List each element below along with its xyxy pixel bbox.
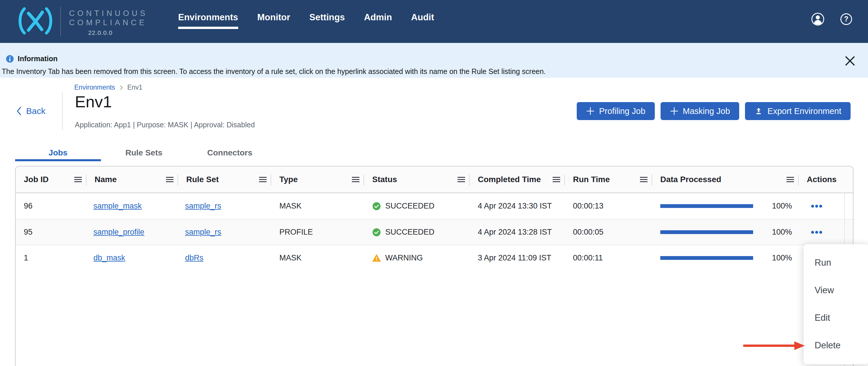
main-nav: Environments Monitor Settings Admin Audi…	[178, 11, 434, 23]
column-menu-icon[interactable]	[352, 177, 360, 182]
rule-set-link[interactable]: sample_rs	[185, 202, 221, 210]
cell-job-id: 1	[16, 245, 87, 271]
warning-triangle-icon	[372, 254, 381, 263]
nav-item[interactable]: Audit	[411, 11, 434, 23]
info-icon	[6, 55, 14, 63]
back-label: Back	[26, 106, 45, 116]
success-check-icon	[372, 202, 381, 210]
progress-percent: 100%	[772, 228, 792, 237]
cell-data-processed: 100%	[652, 220, 799, 245]
menu-item[interactable]: Edit	[804, 304, 868, 332]
product-name: CONTINUOUS COMPLIANCE 22.0.0.0	[69, 9, 148, 36]
cell-gutter	[845, 220, 853, 245]
jobs-table: Job ID Name	[15, 166, 854, 366]
column-header[interactable]: Rule Set	[178, 166, 271, 193]
plus-icon	[586, 107, 595, 115]
back-button[interactable]: Back	[16, 106, 45, 116]
profiling-job-button[interactable]: Profiling Job	[577, 102, 655, 120]
job-name-link[interactable]: sample_profile	[93, 228, 145, 237]
cell-job-id: 96	[16, 193, 87, 219]
cell-completed-time: 4 Apr 2024 13:30 IST	[470, 193, 565, 219]
job-name-link[interactable]: db_mask	[93, 254, 125, 263]
row-actions-menu: Run View Edit Delete	[804, 244, 868, 364]
help-icon[interactable]: ?	[840, 13, 852, 25]
header-actions: Profiling Job Masking Job Export Environ…	[577, 102, 850, 120]
status-icon	[372, 202, 381, 210]
cell-actions	[799, 220, 845, 245]
tab[interactable]: Rule Sets	[101, 144, 187, 161]
page-subtitle: Application: App1 | Purpose: MASK | Appr…	[75, 121, 255, 129]
delphix-logo-icon[interactable]	[16, 7, 55, 35]
nav-item[interactable]: Environments	[178, 11, 238, 23]
cell-gutter	[845, 193, 853, 219]
menu-item[interactable]: Delete	[804, 332, 868, 359]
nav-item[interactable]: Settings	[309, 11, 345, 23]
cell-type: MASK	[271, 193, 364, 219]
export-environment-button[interactable]: Export Environment	[745, 102, 850, 120]
account-icon[interactable]	[811, 12, 825, 26]
breadcrumb-link-environments[interactable]: Environments	[74, 84, 115, 91]
column-header[interactable]: Type	[271, 166, 364, 193]
column-header[interactable]: Run Time	[565, 166, 652, 193]
rule-set-link[interactable]: sample_rs	[185, 228, 221, 237]
menu-item[interactable]: View	[804, 276, 868, 304]
column-header[interactable]: Name	[87, 166, 178, 193]
nav-item[interactable]: Monitor	[257, 11, 290, 23]
progress-bar	[660, 204, 753, 208]
app-header: CONTINUOUS COMPLIANCE 22.0.0.0 Environme…	[0, 0, 868, 43]
nav-item[interactable]: Admin	[364, 11, 392, 23]
product-name-line2: COMPLIANCE	[69, 18, 148, 27]
product-name-line1: CONTINUOUS	[69, 9, 148, 18]
column-header[interactable]: Status	[364, 166, 470, 193]
banner-message: The Inventory Tab has been removed from …	[2, 67, 546, 76]
table-body: 96 sample_mask sample_rs MASK	[16, 193, 853, 271]
close-icon[interactable]	[843, 54, 857, 68]
row-actions-menu-icon[interactable]	[811, 231, 823, 234]
success-check-icon	[372, 228, 381, 237]
tab[interactable]: Connectors	[187, 144, 273, 161]
masking-job-button[interactable]: Masking Job	[660, 102, 740, 120]
cell-job-id: 95	[16, 220, 87, 245]
cell-type: MASK	[271, 245, 364, 271]
title-divider	[62, 92, 63, 130]
page-title: Env1	[75, 92, 112, 111]
status-label: WARNING	[385, 254, 423, 263]
logo-divider	[60, 6, 61, 36]
cell-actions	[799, 193, 845, 219]
status-icon	[372, 228, 381, 237]
cell-run-time: 00:00:05	[565, 220, 652, 245]
table-row[interactable]: 1 db_mask dbRs MASK	[16, 245, 853, 271]
column-header[interactable]: Data Processed	[652, 166, 799, 193]
table-row[interactable]: 96 sample_mask sample_rs MASK	[16, 193, 853, 219]
column-menu-icon[interactable]	[458, 177, 465, 182]
column-menu-icon[interactable]	[786, 177, 794, 182]
table-row[interactable]: 95 sample_profile sample_rs PROFILE	[16, 219, 853, 245]
progress-bar	[660, 230, 753, 234]
tab[interactable]: Jobs	[15, 144, 101, 161]
column-menu-icon[interactable]	[640, 177, 648, 182]
rule-set-link[interactable]: dbRs	[185, 254, 204, 263]
cell-status: SUCCEEDED	[364, 220, 470, 245]
cell-completed-time: 4 Apr 2024 13:28 IST	[470, 220, 565, 245]
job-name-link[interactable]: sample_mask	[93, 202, 142, 210]
plus-icon	[670, 107, 679, 115]
banner-title: Information	[18, 55, 58, 63]
table-header: Job ID Name	[16, 166, 853, 193]
cell-completed-time: 3 Apr 2024 11:09 IST	[470, 245, 565, 271]
cell-run-time: 00:00:11	[565, 245, 652, 271]
progress-percent: 100%	[772, 254, 792, 263]
menu-item[interactable]: Run	[804, 249, 868, 276]
progress-percent: 100%	[772, 202, 792, 210]
progress-bar	[660, 256, 753, 260]
column-header[interactable]: Actions	[799, 166, 845, 193]
column-menu-icon[interactable]	[166, 177, 174, 182]
column-menu-icon[interactable]	[259, 177, 267, 182]
column-header[interactable]: Completed Time	[470, 166, 565, 193]
row-actions-menu-icon[interactable]	[811, 204, 823, 208]
export-environment-label: Export Environment	[767, 106, 841, 116]
column-header[interactable]: Job ID	[16, 166, 87, 193]
column-menu-icon[interactable]	[74, 177, 82, 182]
cell-data-processed: 100%	[652, 245, 799, 271]
column-menu-icon[interactable]	[553, 177, 560, 182]
cell-run-time: 00:00:13	[565, 193, 652, 219]
